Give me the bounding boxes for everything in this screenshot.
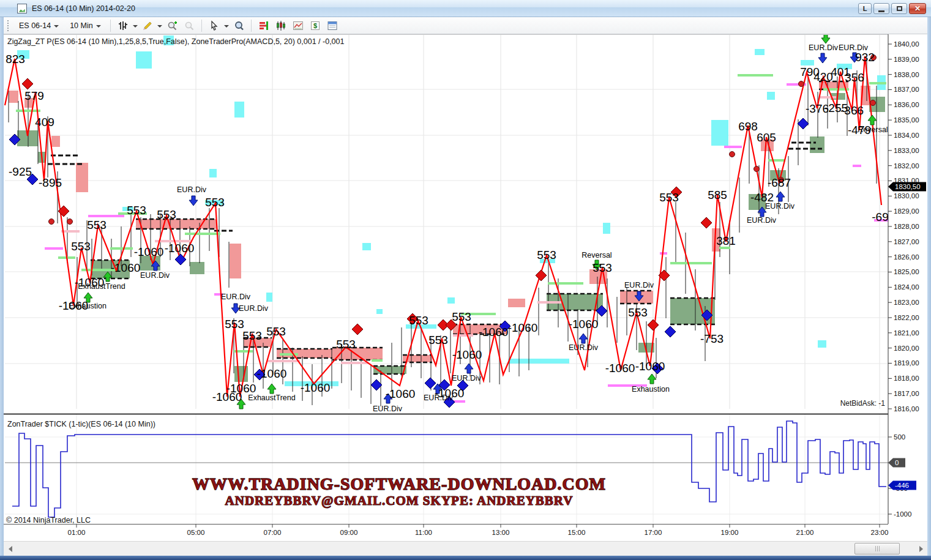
supply-zone [230, 244, 241, 278]
supply-zone [51, 136, 60, 147]
signal-label: EUR.Div [765, 202, 795, 211]
price-tick-label: 1819,00 [894, 359, 919, 367]
market-analyzer-icon [258, 20, 269, 31]
zoom-in-button[interactable] [165, 18, 179, 33]
horizontal-scrollbar[interactable] [4, 541, 927, 556]
chart-style-button[interactable] [116, 18, 130, 33]
zigzag-value-label: 932 [855, 51, 875, 64]
scroll-left-button[interactable] [5, 543, 15, 554]
cursor-mode-button[interactable] [207, 18, 222, 33]
dot-marker [67, 219, 73, 225]
time-tick-label: 23:00 [871, 529, 889, 536]
zoom-out-button[interactable] [182, 18, 196, 33]
news-chart-button[interactable] [291, 18, 305, 33]
zigzag-value-label: 409 [35, 116, 54, 129]
close-button[interactable]: ✕ [909, 3, 926, 14]
drawing-tools-button[interactable] [140, 18, 155, 33]
tick-value-tag-label: -446 [895, 482, 909, 489]
window-panel-icon [327, 20, 338, 31]
maximize-button[interactable] [891, 3, 907, 14]
price-axis[interactable]: 1840,001839,001838,001837,001836,001835,… [888, 34, 927, 541]
market-analyzer-button[interactable] [256, 18, 271, 33]
zigzag-value-label: 553 [205, 196, 225, 209]
zigzag-value-label: -1060 [212, 390, 242, 403]
zigzag-value-label: -1060 [301, 381, 331, 394]
time-axis[interactable]: 01:0005:0007:0009:0011:0013:0015:0017:00… [4, 525, 927, 541]
chevron-down-icon[interactable] [157, 25, 162, 28]
dollar-icon: $ [310, 20, 321, 31]
chart-window-icon [17, 4, 27, 13]
account-button[interactable]: $ [308, 18, 323, 33]
price-tick-label: 1826,00 [894, 253, 919, 261]
window-border-bottom [0, 556, 931, 560]
signal-label: EUR.Div [221, 293, 251, 301]
scrollbar-thumb[interactable] [854, 543, 900, 554]
interval-selector[interactable]: 10 Min [65, 20, 105, 32]
signal-label: Exhaustion [632, 385, 670, 394]
zigzag-value-label: -895 [39, 176, 62, 189]
price-tick-label: 1829,00 [894, 207, 919, 215]
zigzag-value-label: 605 [757, 131, 776, 144]
time-tick-label: 15:00 [568, 529, 586, 536]
time-tick-label: 19:00 [721, 529, 739, 536]
instrument-selector[interactable]: ES 06-14 [15, 20, 63, 32]
supply-zone [508, 299, 525, 307]
chart-canvas[interactable]: 823579409-925-89555355355355355355355355… [4, 34, 927, 541]
price-tick-label: 1836,00 [894, 101, 919, 108]
minimize-icon [878, 10, 884, 12]
zigzag-value-label: 553 [225, 318, 244, 330]
titlebar[interactable]: ES 06-14 (10 Min) 2014-02-20 L ✕ [0, 0, 931, 17]
signal-label: EUR.Div [239, 304, 269, 313]
data-box-button[interactable] [231, 18, 246, 33]
control-center-button[interactable] [325, 18, 340, 33]
zone-highlight [447, 297, 455, 304]
signal-label: EUR.Div [424, 394, 454, 402]
signal-label: ExhaustTrend [248, 394, 295, 402]
watermark-line1: WWW.TRADING-SOFTWARE-DOWNLOAD.COM [192, 474, 606, 493]
zero-tag-label: 0 [895, 459, 899, 466]
price-tick-label: 1837,00 [894, 86, 919, 93]
line-chart-icon [293, 20, 304, 31]
zigzag-value-label: 553 [157, 208, 176, 221]
price-tick-label: 1828,00 [894, 223, 919, 230]
zone-highlight [376, 309, 383, 314]
price-tick-label: 1823,00 [894, 299, 919, 306]
zigzag-value-label: -1060 [508, 321, 538, 334]
last-price-tag-label: 1830,50 [895, 183, 921, 190]
scroll-right-button[interactable] [916, 543, 926, 554]
dot-marker [754, 166, 760, 172]
zigzag-value-label: -1060 [452, 348, 482, 361]
zone-highlight [767, 92, 775, 100]
link-button[interactable]: L [858, 3, 872, 14]
time-tick-label: 17:00 [645, 529, 662, 536]
zigzag-value-label: 553 [593, 261, 612, 274]
price-tick-label: 1816,00 [894, 405, 919, 413]
dot-marker [730, 152, 735, 157]
chart-trader-button[interactable] [274, 18, 288, 33]
price-tick-label: 1818,00 [894, 375, 919, 382]
window-title: ES 06-14 (10 Min) 2014-02-20 [32, 4, 135, 13]
zigzag-value-label: 585 [708, 189, 727, 201]
toolbar-grip[interactable] [7, 20, 10, 31]
zigzag-value-label: -1060 [605, 362, 635, 375]
zigzag-value-label: -687 [768, 176, 791, 189]
chevron-down-icon[interactable] [224, 25, 229, 28]
chart-background [4, 34, 927, 541]
minimize-button[interactable] [873, 3, 889, 14]
arrow-right-icon [919, 546, 923, 552]
chart-toolbar: ES 06-14 10 Min [4, 17, 927, 34]
zigzag-value-label: 553 [452, 310, 471, 323]
chevron-down-icon[interactable] [133, 25, 138, 28]
time-tick-label: 01:00 [68, 529, 86, 536]
price-tick-label: 1822,00 [894, 314, 919, 321]
time-tick-label: 13:00 [492, 529, 510, 536]
zone-highlight [136, 51, 152, 69]
zigzag-value-label: -1060 [257, 367, 287, 380]
supply-zone [9, 91, 18, 103]
watermark: WWW.TRADING-SOFTWARE-DOWNLOAD.COM ANDREY… [192, 474, 606, 508]
zigzag-value-label: -366 [840, 104, 864, 117]
price-tick-label: 1839,00 [894, 56, 919, 63]
indicator-label: ZigZag_ZT P(ES 06-14 (10 Min),1,25,8,5,T… [7, 37, 345, 46]
price-tick-label: 1821,00 [894, 329, 919, 337]
time-tick-label: 09:00 [340, 529, 358, 536]
